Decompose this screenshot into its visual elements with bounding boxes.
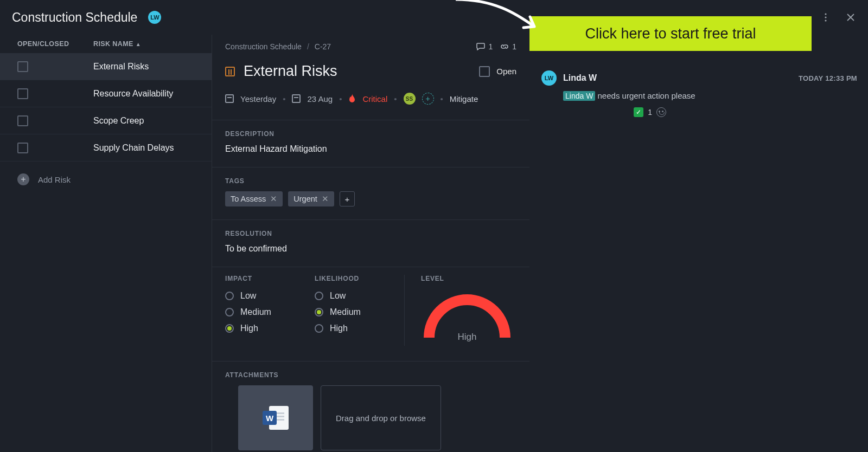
risk-row[interactable]: External Risks (0, 53, 212, 80)
risk-name: Scope Creep (93, 116, 144, 126)
row-checkbox[interactable] (17, 88, 28, 99)
radio-icon (315, 292, 323, 300)
likelihood-label: LIKELIHOOD (315, 275, 404, 282)
svg-point-0 (825, 13, 826, 15)
tag-chip[interactable]: Urgent ✕ (288, 191, 334, 206)
tag-remove-icon[interactable]: ✕ (270, 195, 277, 203)
risk-type-icon (225, 67, 235, 76)
reaction-count: 1 (648, 108, 652, 117)
radio-icon (225, 292, 234, 300)
open-toggle[interactable]: Open (479, 66, 516, 77)
svg-point-1 (825, 16, 826, 18)
comment-author[interactable]: Linda W (563, 73, 597, 83)
add-tag-button[interactable]: + (340, 191, 355, 206)
tags-label: TAGS (225, 177, 516, 185)
breadcrumb-id[interactable]: C-27 (315, 42, 331, 51)
calendar-icon (225, 94, 234, 103)
level-label: LEVEL (421, 275, 444, 282)
description-label: DESCRIPTION (225, 130, 516, 138)
links-count: 1 (512, 42, 516, 51)
priority-label[interactable]: Critical (362, 94, 387, 104)
breadcrumb-parent[interactable]: Construction Schedule (225, 42, 302, 51)
comment: LW Linda W TODAY 12:33 PM Linda W needs … (529, 51, 868, 117)
risk-list-panel: OPEN/CLOSED RISK NAME ▲ External Risks R… (0, 35, 212, 452)
free-trial-banner[interactable]: Click here to start free trial (529, 16, 812, 51)
tag-remove-icon[interactable]: ✕ (322, 195, 329, 203)
comment-icon[interactable] (476, 43, 485, 50)
likelihood-option-medium[interactable]: Medium (315, 307, 404, 317)
impact-option-high[interactable]: High (225, 324, 315, 333)
resolution-value[interactable]: To be confirmed (225, 244, 516, 254)
risk-name: Supply Chain Delays (93, 143, 174, 153)
row-checkbox[interactable] (17, 143, 28, 153)
list-header: OPEN/CLOSED RISK NAME ▲ (0, 35, 212, 53)
word-doc-icon: W (263, 406, 289, 430)
level-value: High (421, 332, 513, 343)
comment-timestamp: TODAY 12:33 PM (799, 74, 857, 82)
mention-chip[interactable]: Linda W (563, 91, 595, 101)
impact-label: IMPACT (225, 275, 315, 282)
row-checkbox[interactable] (17, 61, 28, 72)
risk-title[interactable]: External Risks (244, 63, 337, 80)
link-icon[interactable] (500, 43, 509, 50)
avatar[interactable]: LW (148, 11, 161, 24)
fire-icon (348, 94, 356, 104)
add-reaction-icon[interactable] (656, 107, 666, 117)
open-checkbox[interactable] (479, 66, 490, 77)
radio-icon (225, 324, 234, 333)
radio-icon (315, 308, 323, 317)
workspace-title: Construction Schedule (12, 10, 137, 25)
impact-option-medium[interactable]: Medium (225, 307, 315, 317)
date-end[interactable]: 23 Aug (307, 94, 333, 104)
likelihood-option-high[interactable]: High (315, 324, 404, 333)
comment-body: Linda W needs urgent action please (541, 86, 857, 102)
likelihood-option-low[interactable]: Low (315, 291, 404, 301)
risk-row[interactable]: Scope Creep (0, 107, 212, 134)
impact-option-low[interactable]: Low (225, 291, 315, 301)
avatar[interactable]: LW (541, 70, 557, 86)
sort-asc-icon: ▲ (136, 41, 141, 47)
comments-panel: Click here to start free trial LW Linda … (529, 35, 868, 452)
plus-icon: + (17, 173, 29, 185)
row-checkbox[interactable] (17, 115, 28, 126)
column-risk-name[interactable]: RISK NAME ▲ (93, 40, 141, 48)
risk-name: Resource Availability (93, 89, 173, 99)
add-risk-button[interactable]: + Add Risk (0, 162, 212, 197)
add-risk-label: Add Risk (38, 175, 71, 184)
column-open-closed[interactable]: OPEN/CLOSED (17, 40, 93, 48)
attachments-label: ATTACHMENTS (225, 371, 516, 379)
level-gauge: High (421, 294, 513, 346)
radio-icon (315, 324, 323, 333)
attachment-dropzone[interactable]: Drag and drop or browse (321, 385, 441, 450)
risk-detail-panel: Construction Schedule / C-27 1 1 Externa… (212, 35, 529, 452)
calendar-icon (292, 94, 301, 103)
risk-row[interactable]: Supply Chain Delays (0, 134, 212, 162)
risk-row[interactable]: Resource Availability (0, 80, 212, 107)
description-value[interactable]: External Hazard Mitigation (225, 144, 516, 154)
close-icon[interactable] (845, 12, 856, 23)
date-start[interactable]: Yesterday (240, 94, 276, 104)
tag-chip[interactable]: To Assess ✕ (225, 191, 283, 206)
svg-point-2 (825, 20, 826, 21)
breadcrumb-separator: / (307, 42, 309, 51)
open-label: Open (496, 67, 516, 76)
risk-name: External Risks (93, 62, 149, 72)
meta-row: Yesterday • 23 Aug • Critical • SS + • M… (212, 80, 529, 120)
add-assignee-button[interactable]: + (422, 93, 434, 105)
radio-icon (225, 308, 234, 317)
status-label[interactable]: Mitigate (450, 94, 478, 104)
resolution-label: RESOLUTION (225, 230, 516, 237)
more-icon[interactable] (820, 12, 831, 23)
assignee-avatar[interactable]: SS (404, 93, 416, 105)
checkmark-reaction-icon[interactable]: ✓ (634, 107, 643, 117)
attachment-thumbnail[interactable]: W (238, 385, 313, 450)
comments-count: 1 (488, 42, 493, 51)
